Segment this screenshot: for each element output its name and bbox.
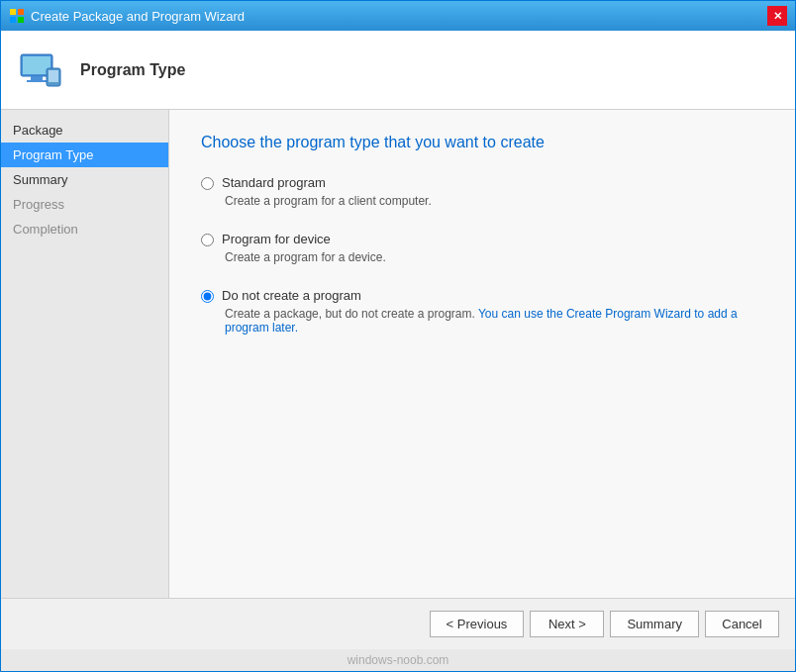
- sidebar-item-progress: Progress: [1, 192, 168, 217]
- svg-rect-9: [49, 70, 58, 82]
- svg-rect-3: [18, 17, 24, 23]
- svg-rect-10: [51, 83, 55, 85]
- sidebar-item-package[interactable]: Package: [1, 118, 168, 143]
- svg-rect-1: [18, 9, 24, 15]
- sidebar-item-program-type[interactable]: Program Type: [1, 143, 168, 167]
- title-bar-left: Create Package and Program Wizard: [9, 8, 245, 24]
- svg-rect-7: [27, 80, 47, 82]
- label-none[interactable]: Do not create a program: [222, 288, 361, 303]
- window-icon: [9, 8, 25, 24]
- radio-option-none: Do not create a program: [201, 288, 763, 303]
- header-area: Program Type: [1, 31, 795, 110]
- content-area: Package Program Type Summary Progress Co…: [1, 110, 795, 598]
- label-standard[interactable]: Standard program: [222, 175, 326, 190]
- wizard-window: Create Package and Program Wizard ✕ Prog…: [0, 0, 796, 672]
- next-button[interactable]: Next >: [530, 611, 604, 637]
- svg-rect-2: [10, 17, 16, 23]
- desc-none: Create a package, but do not create a pr…: [225, 307, 763, 335]
- radio-none[interactable]: [201, 290, 214, 303]
- previous-button[interactable]: < Previous: [430, 611, 525, 637]
- radio-option-device: Program for device: [201, 232, 763, 246]
- sidebar-item-summary[interactable]: Summary: [1, 167, 168, 192]
- sidebar: Package Program Type Summary Progress Co…: [1, 110, 169, 598]
- header-title: Program Type: [80, 61, 185, 79]
- sidebar-item-completion: Completion: [1, 217, 168, 241]
- cancel-button[interactable]: Cancel: [705, 611, 779, 637]
- label-device[interactable]: Program for device: [222, 232, 331, 246]
- close-button[interactable]: ✕: [767, 6, 787, 26]
- option-standard: Standard program Create a program for a …: [201, 175, 763, 208]
- option-device: Program for device Create a program for …: [201, 232, 763, 264]
- program-type-icon: [17, 47, 64, 94]
- page-title: Choose the program type that you want to…: [201, 134, 763, 151]
- desc-device: Create a program for a device.: [225, 250, 763, 264]
- option-none: Do not create a program Create a package…: [201, 288, 763, 335]
- title-bar: Create Package and Program Wizard ✕: [1, 1, 795, 31]
- radio-option-standard: Standard program: [201, 175, 763, 190]
- radio-standard[interactable]: [201, 177, 214, 190]
- summary-button[interactable]: Summary: [610, 611, 699, 637]
- svg-rect-0: [10, 9, 16, 15]
- window-title: Create Package and Program Wizard: [31, 9, 245, 24]
- footer: < Previous Next > Summary Cancel: [1, 598, 795, 649]
- watermark: windows-noob.com: [1, 649, 795, 671]
- svg-rect-6: [31, 76, 43, 80]
- main-content: Choose the program type that you want to…: [169, 110, 795, 598]
- desc-standard: Create a program for a client computer.: [225, 194, 763, 208]
- radio-device[interactable]: [201, 234, 214, 246]
- desc-none-prefix: Create a package, but do not create a pr…: [225, 307, 475, 321]
